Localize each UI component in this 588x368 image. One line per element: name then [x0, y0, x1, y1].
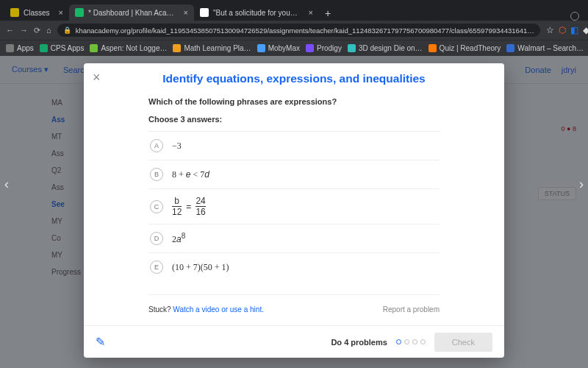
option-math: 2a8: [172, 232, 185, 245]
instruction-text: Choose 3 answers:: [148, 115, 440, 124]
exercise-body: Which of the following phrases are expre…: [84, 93, 504, 325]
forward-icon[interactable]: →: [20, 26, 28, 35]
browser-tab[interactable]: Classes ×: [4, 4, 69, 21]
lock-icon: 🔒: [63, 26, 71, 34]
close-tab-icon[interactable]: ×: [59, 8, 63, 17]
tab-title: "But a solicitude for your welf…: [213, 9, 300, 17]
tab-title: Classes: [24, 9, 50, 17]
option-math: (10 + 7)(50 + 1): [172, 262, 229, 273]
extension-icon[interactable]: ◆: [583, 25, 588, 35]
bookmark-item[interactable]: 3D design Die on…: [348, 44, 423, 52]
question-text: Which of the following phrases are expre…: [148, 97, 440, 106]
address-bar[interactable]: 🔒 khanacademy.org/profile/kaid_119534538…: [57, 24, 540, 37]
back-icon[interactable]: ←: [6, 26, 14, 35]
help-row: Stuck? Watch a video or use a hint. Repo…: [148, 294, 440, 314]
tab-favicon: [200, 8, 209, 17]
exercise-modal: × Identify equations, expressions, and i…: [84, 63, 504, 358]
option-math: b12 = 2416: [172, 197, 206, 216]
answer-option[interactable]: B 8 + e < 7d: [148, 160, 440, 188]
url-text: khanacademy.org/profile/kaid_11953453850…: [76, 26, 534, 35]
progress-dot: [420, 339, 426, 344]
progress-dot: [412, 339, 417, 344]
browser-tab-bar: Classes × * Dashboard | Khan Academy × "…: [0, 0, 588, 21]
option-math: 8 + e < 7d: [172, 169, 209, 180]
star-icon[interactable]: ☆: [546, 25, 554, 35]
option-letter: A: [150, 139, 163, 152]
toolbar-extensions: ☆ ⬡ ◧ ◆ ✦ ⋮: [546, 25, 588, 35]
report-problem-link[interactable]: Report a problem: [383, 305, 440, 314]
footer-label: Do 4 problems: [331, 338, 387, 347]
close-icon[interactable]: ×: [93, 71, 101, 84]
progress-dots: [396, 339, 426, 344]
wand-icon[interactable]: ✎: [96, 335, 105, 349]
progress-dot: [396, 339, 401, 344]
bookmark-item[interactable]: Walmart – Search…: [506, 44, 584, 52]
check-button[interactable]: Check: [434, 333, 492, 352]
reload-icon[interactable]: ⟳: [34, 26, 40, 35]
close-tab-icon[interactable]: ×: [309, 8, 313, 17]
close-tab-icon[interactable]: ×: [184, 8, 188, 17]
option-letter: C: [150, 200, 163, 213]
tab-favicon: [75, 8, 84, 17]
bookmark-item[interactable]: Math Learning Pla…: [173, 44, 251, 52]
tab-title: * Dashboard | Khan Academy: [88, 9, 175, 17]
home-icon[interactable]: ⌂: [46, 26, 51, 35]
option-letter: E: [150, 261, 163, 274]
progress-dot: [404, 339, 409, 344]
browser-toolbar: ← → ⟳ ⌂ 🔒 khanacademy.org/profile/kaid_1…: [0, 21, 588, 40]
bookmark-item[interactable]: Aspen: Not Logge…: [90, 44, 167, 52]
browser-tab[interactable]: * Dashboard | Khan Academy ×: [69, 4, 194, 21]
hint-link[interactable]: Watch a video or use a hint.: [173, 305, 264, 314]
apps-shortcut[interactable]: Apps: [6, 44, 34, 52]
browser-tab[interactable]: "But a solicitude for your welf… ×: [194, 4, 319, 21]
bookmarks-bar: Apps CPS Apps Aspen: Not Logge… Math Lea…: [0, 40, 588, 56]
new-tab-button[interactable]: +: [319, 6, 337, 21]
carousel-next-icon[interactable]: ›: [579, 177, 584, 192]
option-math: −3: [172, 141, 182, 152]
option-letter: D: [150, 232, 163, 245]
answer-option[interactable]: D 2a8: [148, 224, 440, 252]
exercise-title: Identify equations, expressions, and ine…: [84, 63, 504, 93]
tab-favicon: [10, 8, 19, 17]
window-minimize-icon[interactable]: [570, 12, 579, 21]
answer-option[interactable]: C b12 = 2416: [148, 188, 440, 224]
answer-option[interactable]: A −3: [148, 131, 440, 160]
bookmark-item[interactable]: MobyMax: [257, 44, 300, 52]
answer-option[interactable]: E (10 + 7)(50 + 1): [148, 252, 440, 281]
carousel-prev-icon[interactable]: ‹: [4, 177, 9, 192]
bookmark-item[interactable]: CPS Apps: [40, 44, 85, 52]
option-letter: B: [150, 168, 163, 181]
bookmark-item[interactable]: Prodigy: [306, 44, 342, 52]
bookmark-icon[interactable]: ◧: [570, 25, 578, 35]
bookmark-item[interactable]: Quiz | ReadTheory: [429, 44, 501, 52]
stuck-prompt: Stuck? Watch a video or use a hint.: [148, 305, 264, 314]
exercise-footer: ✎ Do 4 problems Check: [84, 325, 504, 358]
shield-icon[interactable]: ⬡: [559, 25, 566, 35]
